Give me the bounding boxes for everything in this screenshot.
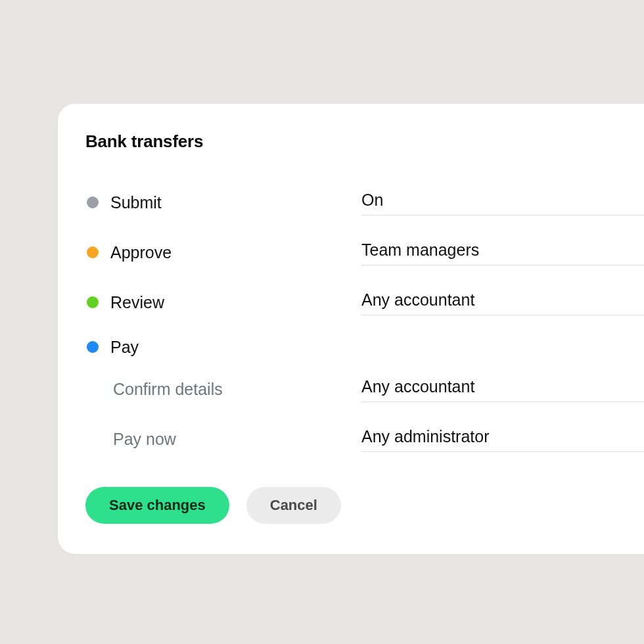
cancel-button[interactable]: Cancel bbox=[246, 487, 341, 524]
row-label-paynow: Pay now bbox=[110, 430, 176, 449]
status-dot-pay bbox=[87, 341, 99, 353]
status-dot-approve bbox=[87, 246, 99, 258]
row-label-confirm: Confirm details bbox=[110, 380, 223, 399]
row-pay-now: Pay now Any administrator bbox=[85, 417, 644, 461]
row-pay-header: Pay bbox=[85, 331, 644, 363]
select-pay-now[interactable]: Any administrator bbox=[361, 426, 644, 452]
select-confirm-details[interactable]: Any accountant bbox=[361, 376, 644, 402]
row-submit: Submit On bbox=[85, 181, 644, 224]
settings-card: Bank transfers Submit On Approve Team ma… bbox=[58, 104, 644, 554]
status-dot-review bbox=[87, 296, 99, 308]
row-label-review: Review bbox=[110, 293, 164, 312]
row-label-pay: Pay bbox=[110, 338, 139, 357]
select-approve[interactable]: Team managers bbox=[361, 239, 644, 265]
row-left: Approve bbox=[85, 243, 361, 262]
status-dot-submit bbox=[87, 196, 99, 208]
row-confirm-details: Confirm details Any accountant bbox=[85, 367, 644, 411]
actions-bar: Save changes Cancel bbox=[85, 487, 644, 524]
row-approve: Approve Team managers bbox=[85, 231, 644, 274]
row-label-submit: Submit bbox=[110, 193, 162, 212]
section-title: Bank transfers bbox=[85, 131, 644, 152]
row-label-approve: Approve bbox=[110, 243, 172, 262]
row-left: Review bbox=[85, 293, 361, 312]
row-left: Submit bbox=[85, 193, 361, 212]
row-left: Pay now bbox=[85, 430, 361, 449]
select-submit[interactable]: On bbox=[361, 189, 644, 216]
row-review: Review Any accountant bbox=[85, 281, 644, 324]
select-review[interactable]: Any accountant bbox=[361, 289, 644, 315]
save-button[interactable]: Save changes bbox=[85, 487, 229, 524]
row-left: Confirm details bbox=[85, 380, 361, 399]
